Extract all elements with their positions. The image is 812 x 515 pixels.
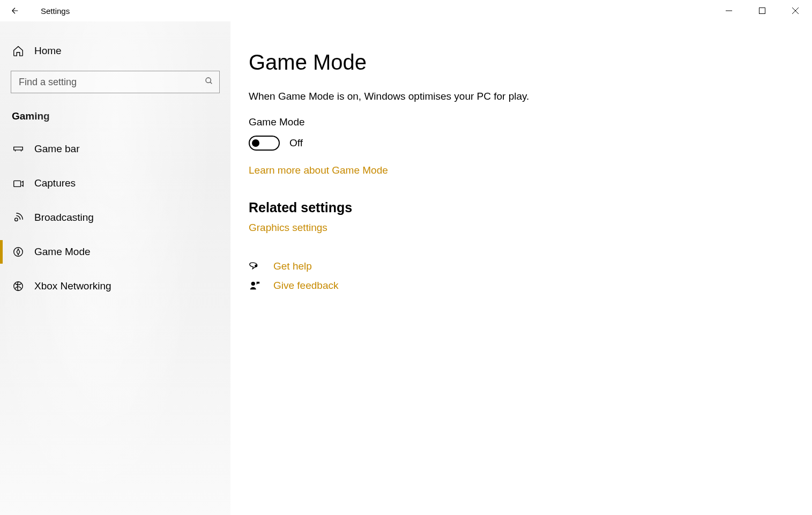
xbox-icon: [12, 280, 25, 293]
game-mode-toggle[interactable]: [249, 136, 280, 151]
window-controls: [712, 0, 812, 21]
arrow-left-icon: [10, 6, 20, 16]
toggle-label: Game Mode: [249, 116, 791, 128]
give-feedback-link[interactable]: Give feedback: [273, 280, 338, 292]
toggle-row: Off: [249, 136, 791, 151]
learn-more-link[interactable]: Learn more about Game Mode: [249, 165, 388, 176]
get-help-link[interactable]: Get help: [273, 260, 312, 272]
maximize-button[interactable]: [746, 0, 779, 21]
svg-point-4: [206, 78, 211, 83]
search-input[interactable]: [11, 71, 220, 93]
nav-label: Xbox Networking: [34, 280, 111, 292]
feedback-icon: [249, 280, 260, 292]
sidebar-home[interactable]: Home: [0, 36, 230, 65]
sidebar-item-xbox-networking[interactable]: Xbox Networking: [0, 269, 230, 303]
nav-label: Broadcasting: [34, 212, 94, 223]
help-links: Get help Give feedback: [249, 260, 791, 292]
search-container: [11, 71, 220, 93]
svg-point-10: [255, 265, 257, 267]
sidebar-section-header: Gaming: [0, 103, 230, 132]
home-icon: [12, 44, 25, 57]
page-description: When Game Mode is on, Windows optimises …: [249, 91, 791, 102]
help-icon: [249, 260, 260, 272]
svg-rect-1: [759, 8, 765, 14]
get-help-row: Get help: [249, 260, 791, 272]
broadcasting-icon: [12, 211, 25, 224]
back-button[interactable]: [4, 0, 26, 21]
minimize-button[interactable]: [712, 0, 746, 21]
close-button[interactable]: [779, 0, 812, 21]
svg-point-11: [251, 282, 255, 286]
sidebar-item-broadcasting[interactable]: Broadcasting: [0, 200, 230, 235]
sidebar-item-game-mode[interactable]: Game Mode: [0, 235, 230, 269]
related-settings-heading: Related settings: [249, 200, 791, 215]
graphics-settings-link[interactable]: Graphics settings: [249, 222, 327, 234]
svg-rect-6: [14, 181, 21, 186]
titlebar: Settings: [0, 0, 812, 21]
toggle-knob: [252, 139, 259, 147]
sidebar-item-game-bar[interactable]: Game bar: [0, 132, 230, 166]
game-bar-icon: [12, 143, 25, 155]
search-icon: [205, 77, 213, 87]
nav-label: Game Mode: [34, 246, 91, 258]
content-area: Game Mode When Game Mode is on, Windows …: [230, 21, 812, 515]
app-title: Settings: [41, 6, 70, 16]
svg-point-9: [14, 282, 23, 291]
toggle-state-text: Off: [289, 137, 303, 149]
give-feedback-row: Give feedback: [249, 280, 791, 292]
close-icon: [792, 8, 799, 14]
page-title: Game Mode: [249, 50, 791, 74]
game-mode-icon: [12, 245, 25, 258]
sidebar: Home Gaming Game bar Captures Broa: [0, 21, 230, 515]
nav-label: Captures: [34, 177, 76, 189]
nav-label: Home: [34, 45, 62, 57]
svg-line-5: [210, 82, 212, 84]
svg-point-7: [15, 218, 18, 221]
minimize-icon: [726, 8, 732, 14]
main-container: Home Gaming Game bar Captures Broa: [0, 21, 812, 515]
maximize-icon: [759, 8, 765, 14]
sidebar-item-captures[interactable]: Captures: [0, 166, 230, 200]
nav-label: Game bar: [34, 143, 79, 155]
captures-icon: [12, 177, 25, 190]
